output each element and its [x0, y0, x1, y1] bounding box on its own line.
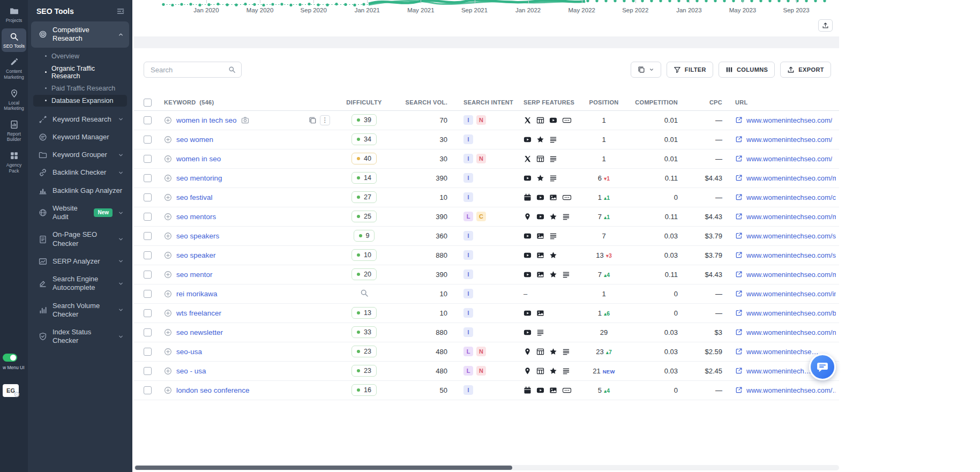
detect-difficulty-icon[interactable]	[360, 289, 369, 297]
keyword-link[interactable]: seo mentor	[176, 271, 213, 279]
rail-item-projects[interactable]: Projects	[2, 3, 26, 27]
sidebar-item-search-volume-checker[interactable]: Search Volume Checker	[31, 297, 129, 324]
filter-button[interactable]: FILTER	[667, 62, 713, 78]
keyword-link[interactable]: women in seo	[176, 155, 221, 163]
rail-item-report-builder[interactable]: Report Builder	[2, 116, 26, 146]
search-input[interactable]	[149, 65, 224, 74]
result-url-link[interactable]: www.womenintechseo.com/c…	[735, 193, 836, 201]
sidebar-item-serp-analyzer[interactable]: SERP Analyzer	[31, 253, 129, 270]
row-checkbox[interactable]	[144, 232, 152, 240]
add-keyword-icon[interactable]	[164, 290, 172, 298]
column-header-keyword[interactable]: KEYWORD (546)	[161, 95, 333, 110]
sidebar-subitem-overview[interactable]: Overview	[33, 50, 127, 62]
sidebar-item-backlink-gap-analyzer[interactable]: Backlink Gap Analyzer	[31, 182, 129, 199]
sidebar-item-index-status-checker[interactable]: Index Status Checker	[31, 324, 129, 350]
row-checkbox[interactable]	[144, 271, 152, 279]
row-checkbox[interactable]	[144, 386, 152, 394]
keyword-link[interactable]: seo mentors	[176, 213, 216, 221]
result-url-link[interactable]: www.womenintechseo.com/sp…	[735, 232, 836, 240]
row-checkbox[interactable]	[144, 116, 152, 124]
result-url-link[interactable]: www.womenintechseo.com/b…	[735, 309, 836, 317]
horizontal-scrollbar[interactable]	[134, 465, 839, 470]
view-options-button[interactable]	[631, 62, 661, 78]
chat-widget-button[interactable]	[809, 354, 836, 380]
sidebar-item-competitive-research[interactable]: Competitive Research	[31, 21, 129, 48]
keyword-link[interactable]: seo mentoring	[176, 174, 222, 182]
add-keyword-icon[interactable]	[164, 386, 172, 394]
result-url-link[interactable]: www.womenintechseo.com/	[735, 116, 836, 124]
sidebar-item-backlink-checker[interactable]: Backlink Checker	[31, 164, 129, 181]
add-keyword-icon[interactable]	[164, 174, 172, 182]
keyword-link[interactable]: seo - usa	[176, 367, 206, 375]
rail-item-local-marketing[interactable]: Local Marketing	[2, 85, 26, 115]
row-checkbox[interactable]	[144, 290, 152, 298]
add-keyword-icon[interactable]	[164, 116, 172, 124]
keyword-link[interactable]: seo women	[176, 136, 213, 144]
rail-item-content-marketing[interactable]: Content Marketing	[2, 54, 26, 83]
scroll-top-button[interactable]	[818, 19, 833, 32]
keyword-link[interactable]: seo speakers	[176, 232, 219, 240]
sidebar-item-search-engine-autocomplete[interactable]: Search Engine Autocomplete	[31, 271, 129, 297]
column-header-cpc[interactable]: CPC	[686, 95, 728, 110]
horizontal-scrollbar-thumb[interactable]	[135, 466, 512, 470]
add-keyword-icon[interactable]	[164, 348, 172, 356]
keyword-link[interactable]: seo festival	[176, 193, 213, 201]
row-checkbox[interactable]	[144, 155, 152, 163]
rail-item-seo-tools[interactable]: SEO Tools	[2, 28, 26, 53]
row-checkbox[interactable]	[144, 251, 152, 259]
column-header-serp[interactable]: SERP FEATURES	[520, 95, 582, 110]
keyword-link[interactable]: seo newsletter	[176, 328, 223, 336]
add-keyword-icon[interactable]	[164, 271, 172, 279]
row-checkbox[interactable]	[144, 174, 152, 182]
row-checkbox[interactable]	[144, 193, 152, 201]
sidebar-item-website-audit[interactable]: Website AuditNew	[31, 200, 129, 226]
result-url-link[interactable]: www.womenintechseo.com/m…	[735, 271, 836, 279]
add-keyword-icon[interactable]	[164, 193, 172, 201]
select-all-checkbox[interactable]	[144, 99, 152, 107]
collapse-sidebar-icon[interactable]	[116, 7, 125, 16]
row-checkbox[interactable]	[144, 367, 152, 375]
add-keyword-icon[interactable]	[164, 155, 172, 163]
result-url-link[interactable]: www.womenintechseo.com/	[735, 155, 836, 163]
column-header-position[interactable]: POSITION	[582, 95, 626, 110]
row-checkbox[interactable]	[144, 309, 152, 317]
column-header-difficulty[interactable]: DIFFICULTY	[333, 95, 395, 110]
add-keyword-icon[interactable]	[164, 251, 172, 259]
settings-gear-icon[interactable]: ⚙	[13, 390, 20, 399]
result-url-link[interactable]: www.womenintechseo.com/n…	[735, 328, 836, 336]
new-menu-ui-toggle[interactable]	[3, 354, 17, 362]
row-menu-button[interactable]: ⋮	[320, 115, 330, 125]
row-checkbox[interactable]	[144, 348, 152, 356]
column-header-competition[interactable]: COMPETITION	[626, 95, 686, 110]
column-header-url[interactable]: URL	[728, 95, 839, 110]
add-keyword-icon[interactable]	[164, 309, 172, 317]
keyword-link[interactable]: rei morikawa	[176, 290, 218, 298]
result-url-link[interactable]: www.womenintechseo.com/	[735, 136, 836, 144]
row-checkbox[interactable]	[144, 328, 152, 336]
row-checkbox[interactable]	[144, 136, 152, 144]
result-url-link[interactable]: www.womenintechseo.com/sp…	[735, 251, 836, 259]
sidebar-item-keyword-research[interactable]: Keyword Research	[31, 111, 129, 128]
sidebar-item-on-page-seo-checker[interactable]: On-Page SEO Checker	[31, 226, 129, 252]
add-keyword-icon[interactable]	[164, 136, 172, 144]
column-header-volume[interactable]: SEARCH VOL.	[395, 95, 456, 110]
add-keyword-icon[interactable]	[164, 213, 172, 221]
sidebar-subitem-organic-traffic-research[interactable]: Organic Traffic Research	[33, 63, 127, 82]
copy-keyword-icon[interactable]	[309, 116, 317, 124]
sidebar-subitem-paid-traffic-research[interactable]: Paid Traffic Research	[33, 83, 127, 94]
columns-button[interactable]: COLUMNS	[719, 62, 775, 78]
result-url-link[interactable]: www.womenintechseo.com/…	[735, 386, 836, 394]
keyword-link[interactable]: seo-usa	[176, 348, 202, 356]
keyword-link[interactable]: women in tech seo	[176, 116, 237, 124]
result-url-link[interactable]: www.womenintechseo.com/in…	[735, 290, 836, 298]
search-box[interactable]	[144, 62, 242, 78]
serp-snapshot-icon[interactable]	[241, 116, 249, 124]
sidebar-subitem-database-expansion[interactable]: Database Expansion	[33, 95, 127, 107]
keyword-link[interactable]: seo speaker	[176, 251, 216, 259]
add-keyword-icon[interactable]	[164, 232, 172, 240]
add-keyword-icon[interactable]	[164, 328, 172, 336]
keyword-link[interactable]: wts freelancer	[176, 309, 221, 317]
result-url-link[interactable]: www.womenintechseo.com/m…	[735, 213, 836, 221]
result-url-link[interactable]: www.womenintechseo.com/m…	[735, 174, 836, 182]
sidebar-item-keyword-manager[interactable]: Keyword Manager	[31, 129, 129, 146]
